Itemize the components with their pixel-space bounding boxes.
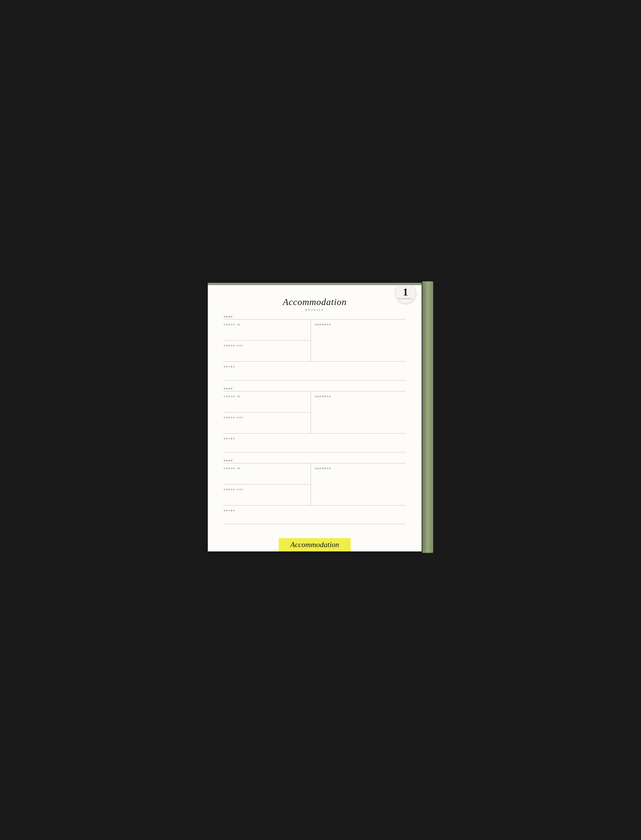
right-col-2: ADDRESS xyxy=(311,392,406,433)
address-block-3: ADDRESS xyxy=(315,463,406,505)
separator-2 xyxy=(224,455,406,459)
checkin-space-2 xyxy=(224,398,311,411)
name-section-3: NAME xyxy=(224,459,406,463)
checkin-block-2: CHECK IN xyxy=(224,392,311,413)
accommodation-entry-2: NAME CHECK IN CHECK OUT xyxy=(224,387,406,452)
checkout-space-1 xyxy=(224,347,311,360)
checkin-space-1 xyxy=(224,326,311,339)
page-header: Accommodation DETAILS xyxy=(224,297,406,312)
name-label-1: NAME xyxy=(224,315,233,318)
notes-space-2 xyxy=(224,440,406,451)
notes-section-2: NOTES xyxy=(224,434,406,452)
checkout-block-2: CHECK OUT xyxy=(224,413,311,433)
checkout-label-2: CHECK OUT xyxy=(224,416,244,419)
notes-section-1: NOTES xyxy=(224,361,406,381)
address-space-1 xyxy=(315,326,406,353)
checkout-space-2 xyxy=(224,419,311,432)
two-col-section-2: CHECK IN CHECK OUT ADDRESS xyxy=(224,392,406,434)
notes-space-3 xyxy=(224,512,406,523)
bottom-tab: Accommodation xyxy=(279,538,351,551)
page-title: Accommodation xyxy=(224,297,406,307)
left-col-2: CHECK IN CHECK OUT xyxy=(224,392,311,433)
address-label-1: ADDRESS xyxy=(315,323,331,326)
page: 1 PLANNING Accommodation DETAILS NAME CH… xyxy=(208,283,422,551)
right-col-3: ADDRESS xyxy=(311,463,406,505)
right-col-1: ADDRESS xyxy=(311,320,406,361)
checkout-label-1: CHECK OUT xyxy=(224,344,244,347)
two-col-section-3: CHECK IN CHECK OUT ADDRESS xyxy=(224,463,406,506)
accommodation-entry-3: NAME CHECK IN CHECK OUT xyxy=(224,459,406,524)
checkout-space-3 xyxy=(224,491,311,504)
book-spine xyxy=(422,281,433,553)
checkin-space-3 xyxy=(224,470,311,483)
checkin-label-3: CHECK IN xyxy=(224,466,240,470)
planning-label: PLANNING xyxy=(398,297,412,300)
planning-badge: 1 PLANNING xyxy=(395,283,416,304)
checkin-label-1: CHECK IN xyxy=(224,323,240,326)
notes-label-1: NOTES xyxy=(224,365,235,368)
address-label-3: ADDRESS xyxy=(315,466,331,470)
checkout-block-1: CHECK OUT xyxy=(224,340,311,361)
page-subtitle: DETAILS xyxy=(224,308,406,312)
name-section-2: NAME xyxy=(224,387,406,392)
notes-label-2: NOTES xyxy=(224,437,235,440)
notes-label-3: NOTES xyxy=(224,509,235,512)
name-label-2: NAME xyxy=(224,387,233,390)
checkout-label-3: CHECK OUT xyxy=(224,488,244,491)
checkin-block-3: CHECK IN xyxy=(224,463,311,484)
checkin-label-2: CHECK IN xyxy=(224,395,240,398)
bottom-tab-text: Accommodation xyxy=(290,540,339,549)
name-section-1: NAME xyxy=(224,315,406,320)
accommodation-entry-1: NAME CHECK IN CHECK OUT xyxy=(224,315,406,381)
address-space-3 xyxy=(315,470,406,497)
left-col-1: CHECK IN CHECK OUT xyxy=(224,320,311,361)
address-space-2 xyxy=(315,398,406,425)
two-col-section-1: CHECK IN CHECK OUT ADDRESS xyxy=(224,320,406,361)
address-label-2: ADDRESS xyxy=(315,395,331,398)
scene: 1 PLANNING Accommodation DETAILS NAME CH… xyxy=(208,278,433,562)
left-col-3: CHECK IN CHECK OUT xyxy=(224,463,311,505)
checkin-block-1: CHECK IN xyxy=(224,320,311,340)
notes-section-3: NOTES xyxy=(224,506,406,524)
address-block-1: ADDRESS xyxy=(315,320,406,361)
notes-space-1 xyxy=(224,369,406,379)
page-content: Accommodation DETAILS NAME CHECK IN CHEC xyxy=(208,285,422,551)
checkout-block-3: CHECK OUT xyxy=(224,484,311,505)
planning-number: 1 xyxy=(403,287,408,297)
address-block-2: ADDRESS xyxy=(315,392,406,433)
separator-1 xyxy=(224,383,406,387)
name-label-3: NAME xyxy=(224,459,233,462)
